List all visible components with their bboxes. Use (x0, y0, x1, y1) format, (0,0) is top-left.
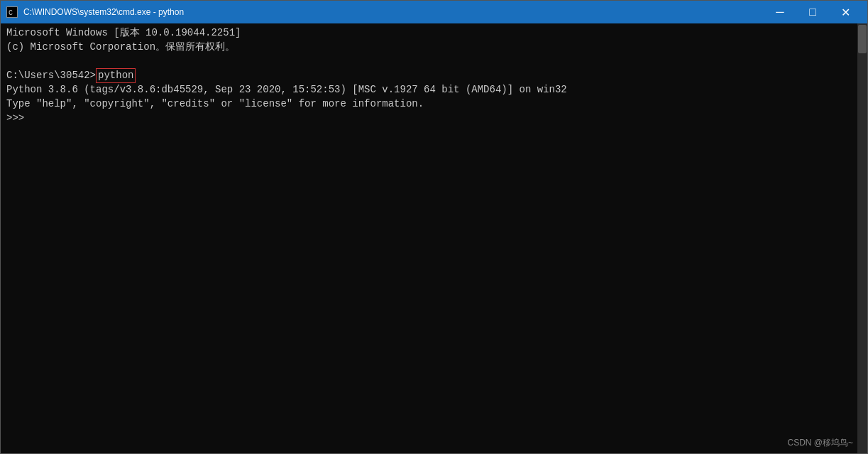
watermark: CSDN @移坞鸟~ (787, 437, 853, 449)
prompt-line-2: >>> (6, 112, 862, 126)
title-bar: C C:\WINDOWS\system32\cmd.exe - python ─… (1, 1, 867, 23)
console-line-1: Microsoft Windows [版本 10.0.19044.2251] (6, 26, 862, 40)
scrollbar-thumb[interactable] (858, 25, 867, 53)
minimize-button[interactable]: ─ (764, 1, 796, 23)
console-prompt2: >>> (6, 112, 31, 126)
prompt-prefix: C:\Users\30542> (6, 69, 96, 83)
console-area[interactable]: Microsoft Windows [版本 10.0.19044.2251] (… (1, 23, 867, 453)
maximize-button[interactable]: □ (796, 1, 829, 23)
python-command: python (96, 68, 136, 84)
prompt-line-1: C:\Users\30542>python (6, 68, 862, 84)
cmd-window: C C:\WINDOWS\system32\cmd.exe - python ─… (0, 0, 868, 454)
svg-text:C: C (9, 9, 13, 17)
close-button[interactable]: ✕ (829, 1, 862, 23)
scrollbar[interactable] (857, 23, 867, 453)
cmd-icon: C (6, 6, 18, 18)
window-controls: ─ □ ✕ (764, 1, 862, 23)
console-line-2: (c) Microsoft Corporation。保留所有权利。 (6, 40, 862, 55)
window-title: C:\WINDOWS\system32\cmd.exe - python (23, 7, 184, 17)
console-line-blank (6, 54, 862, 68)
console-line-python1: Python 3.8.6 (tags/v3.8.6:db45529, Sep 2… (6, 83, 862, 97)
console-line-python2: Type "help", "copyright", "credits" or "… (6, 97, 862, 112)
title-bar-left: C C:\WINDOWS\system32\cmd.exe - python (6, 6, 184, 18)
